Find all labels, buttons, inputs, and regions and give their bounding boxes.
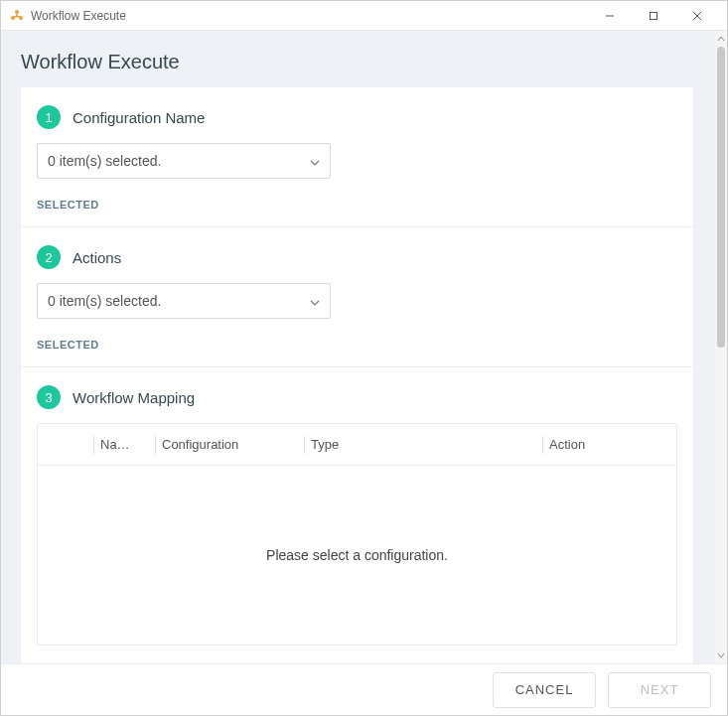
mapping-table: Na… Configuration Type Action Please sel…	[37, 423, 677, 645]
empty-state-message: Please select a configuration.	[266, 547, 448, 563]
step-number-badge: 1	[37, 105, 61, 129]
step-header: 1 Configuration Name	[37, 105, 677, 129]
wizard-card: 1 Configuration Name 0 item(s) selected.…	[21, 87, 693, 663]
column-separator	[542, 436, 543, 454]
body-area: Workflow Execute 1 Configuration Name 0 …	[1, 31, 727, 663]
window-controls	[588, 2, 719, 30]
column-separator	[93, 436, 94, 454]
minimize-button[interactable]	[588, 2, 632, 30]
step-configuration: 1 Configuration Name 0 item(s) selected.…	[37, 87, 677, 226]
step-title: Actions	[73, 249, 121, 266]
page-header: Workflow Execute	[1, 31, 713, 87]
table-body: Please select a configuration.	[38, 466, 676, 644]
scroll-down-arrow-icon[interactable]	[715, 649, 727, 661]
svg-rect-6	[651, 12, 657, 19]
title-bar: Workflow Execute	[1, 1, 727, 31]
column-separator	[304, 436, 305, 454]
maximize-button[interactable]	[632, 2, 675, 30]
step-number-badge: 3	[37, 385, 61, 409]
svg-point-0	[15, 10, 19, 14]
column-label: Configuration	[162, 437, 238, 452]
app-icon	[9, 8, 25, 24]
scrollbar-vertical[interactable]	[713, 31, 727, 663]
step-title: Workflow Mapping	[73, 389, 195, 406]
caret-down-icon	[310, 153, 320, 169]
step-mapping: 3 Workflow Mapping Na… Configuration Typ…	[37, 367, 677, 661]
column-label: Na…	[100, 437, 130, 452]
select-value: 0 item(s) selected.	[48, 293, 161, 309]
app-window: Workflow Execute Workflow Execute 1	[0, 0, 728, 716]
column-label: Action	[549, 437, 585, 452]
cancel-button[interactable]: CANCEL	[493, 672, 596, 708]
window-title: Workflow Execute	[31, 9, 126, 23]
step-header: 2 Actions	[37, 245, 677, 269]
step-title: Configuration Name	[73, 109, 205, 126]
column-header-type[interactable]: Type	[296, 424, 534, 465]
selected-label: SELECTED	[37, 339, 677, 351]
select-value: 0 item(s) selected.	[48, 153, 161, 169]
column-separator	[155, 436, 156, 454]
column-header-configuration[interactable]: Configuration	[147, 424, 296, 465]
footer-bar: CANCEL NEXT	[1, 663, 727, 715]
table-header-row: Na… Configuration Type Action	[38, 424, 676, 466]
configuration-select[interactable]: 0 item(s) selected.	[37, 143, 331, 179]
column-selector-spacer	[38, 424, 85, 465]
column-header-action[interactable]: Action	[534, 424, 676, 465]
svg-rect-4	[14, 16, 20, 17]
page-title: Workflow Execute	[21, 51, 693, 73]
next-button[interactable]: NEXT	[608, 672, 711, 708]
scroll-thumb[interactable]	[717, 47, 725, 348]
scroll-content: Workflow Execute 1 Configuration Name 0 …	[1, 31, 713, 663]
scroll-up-arrow-icon[interactable]	[715, 33, 727, 45]
close-button[interactable]	[675, 2, 719, 30]
actions-select[interactable]: 0 item(s) selected.	[37, 283, 331, 319]
column-header-name[interactable]: Na…	[85, 424, 147, 465]
step-number-badge: 2	[37, 245, 61, 269]
step-header: 3 Workflow Mapping	[37, 385, 677, 409]
column-label: Type	[311, 437, 339, 452]
selected-label: SELECTED	[37, 199, 677, 211]
step-actions: 2 Actions 0 item(s) selected. SELECTED	[37, 227, 677, 366]
caret-down-icon	[310, 293, 320, 309]
